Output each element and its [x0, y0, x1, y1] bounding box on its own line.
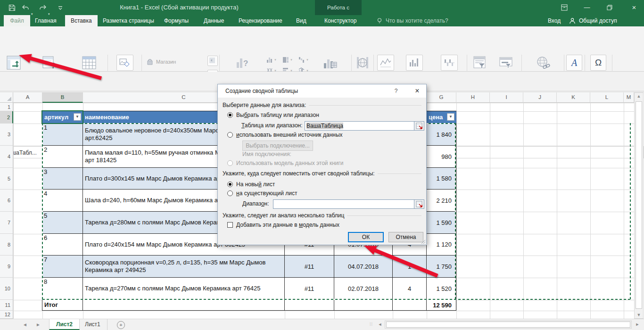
gridline-h: [13, 311, 634, 311]
gridline-v: [490, 103, 490, 319]
gridline-v: [13, 103, 14, 319]
table-total-cell[interactable]: [334, 300, 393, 311]
sheet-nav-right-icon[interactable]: ►: [36, 319, 41, 330]
scrollbar-splitter[interactable]: ⁞⁞: [370, 322, 373, 327]
radio-data-model[interactable]: Использовать модель данных этой книги: [227, 160, 344, 166]
column-header-I[interactable]: I: [490, 92, 523, 103]
range-picker-button-2[interactable]: [414, 199, 424, 209]
row-header-1[interactable]: 1: [0, 103, 13, 111]
column-header-G[interactable]: G: [427, 92, 456, 103]
table-cell-price[interactable]: 1 120: [427, 234, 456, 256]
table-cell-name[interactable]: Тарелка д=270мм с полями Марс Дымов Кера…: [83, 278, 285, 300]
gridline-v: [634, 103, 635, 319]
table-cell-price[interactable]: 1 520: [427, 278, 456, 300]
table-cell-qty[interactable]: 4: [393, 278, 427, 300]
table-cell-price[interactable]: 1 590: [427, 212, 456, 234]
sheet-tab-bar: ◄ ► Лист2 Лист1 + ⁞⁞ ◄ ►: [0, 319, 644, 330]
dialog-section-placement: Укажите, куда следует поместить отчет св…: [223, 170, 421, 177]
table-cell-num[interactable]: 8: [42, 278, 83, 300]
table-total-cell[interactable]: [393, 300, 427, 311]
choose-connection-button[interactable]: Выбрать подключение...: [242, 140, 313, 151]
gridline-v: [523, 103, 524, 319]
radio-disabled-icon: [227, 160, 233, 166]
row-header-10[interactable]: 10: [0, 278, 13, 300]
table-range-input[interactable]: ВашаТаблица: [305, 121, 414, 131]
ants-bottom: [42, 299, 631, 300]
table-total-label[interactable]: Итог: [42, 300, 83, 311]
table-cell-store[interactable]: #11: [285, 256, 334, 278]
table-cell-num[interactable]: 6: [42, 234, 83, 256]
table-cell-num[interactable]: 7: [42, 256, 83, 278]
sheet-tab-list2[interactable]: Лист2: [49, 319, 80, 330]
dialog-title-bar[interactable]: Создание сводной таблицы ? ×: [218, 84, 426, 98]
vscroll-down-icon[interactable]: ▼: [635, 313, 643, 317]
horizontal-scrollbar[interactable]: [385, 321, 632, 329]
radio-select-table-range[interactable]: Выбрать таблицу или диапазон: [227, 112, 319, 118]
vscroll-up-icon[interactable]: ▲: [635, 94, 643, 99]
table-cell-num[interactable]: 3: [42, 168, 83, 190]
radio-on-icon: [227, 112, 233, 118]
table-cell-price[interactable]: 1 580: [427, 168, 456, 190]
row-header-4[interactable]: 4: [0, 146, 13, 168]
dialog-title: Создание сводной таблицы: [225, 84, 298, 98]
column-header-L[interactable]: L: [590, 92, 624, 103]
row-header-12[interactable]: 12: [0, 311, 13, 319]
table-cell-price[interactable]: 980: [427, 146, 456, 168]
hscroll-thumb[interactable]: [386, 322, 630, 328]
column-header-A[interactable]: A: [13, 92, 42, 103]
table-total-value[interactable]: 12 590: [427, 300, 456, 311]
table-header-cell[interactable]: цена▼: [427, 111, 456, 124]
row-header-8[interactable]: 8: [0, 234, 13, 256]
hscroll-right-icon[interactable]: ►: [634, 321, 641, 329]
column-header-H[interactable]: H: [456, 92, 490, 103]
table-cell-num[interactable]: 4: [42, 190, 83, 212]
table-cell-num[interactable]: 5: [42, 212, 83, 234]
table-cell-num[interactable]: 2: [42, 146, 83, 168]
row-header-3[interactable]: 3: [0, 124, 13, 146]
destination-range-input[interactable]: [273, 199, 414, 209]
add-sheet-button[interactable]: +: [117, 321, 125, 329]
radio-new-sheet[interactable]: На новый лист: [227, 181, 275, 188]
row-header-2[interactable]: 2: [0, 111, 13, 124]
ants-outer-right: [630, 123, 631, 300]
column-header-J[interactable]: J: [523, 92, 557, 103]
dialog-resize-grip[interactable]: [420, 239, 426, 244]
row-header-9[interactable]: 9: [0, 256, 13, 278]
table-cell-price[interactable]: 2 210: [427, 190, 456, 212]
cancel-button[interactable]: Отмена: [388, 232, 423, 242]
sheet-nav-left-icon[interactable]: ◄: [23, 319, 27, 330]
table-total-cell[interactable]: [83, 300, 285, 311]
table-cell-num[interactable]: 1: [42, 124, 83, 146]
column-header-M[interactable]: M: [624, 92, 634, 103]
sheet-tab-list1[interactable]: Лист1: [78, 319, 107, 330]
row-header-6[interactable]: 6: [0, 190, 13, 212]
gridline-v: [624, 103, 624, 319]
dialog-section-choose-data: Выберите данные для анализа:: [223, 102, 421, 108]
radio-external-source[interactable]: использовать внешний источник данных: [227, 132, 343, 138]
table-cell-price[interactable]: 1 840: [427, 124, 456, 146]
radio-existing-sheet[interactable]: на существующий лист: [227, 190, 297, 197]
table-cell-date[interactable]: 02.07.2018: [334, 278, 393, 300]
dialog-close-button[interactable]: ×: [412, 84, 422, 98]
vscroll-thumb[interactable]: [636, 101, 642, 309]
table-cell-store[interactable]: #11: [285, 278, 334, 300]
dialog-help-button[interactable]: ?: [391, 84, 401, 98]
row-header-5[interactable]: 5: [0, 168, 13, 190]
checkbox-add-to-data-model[interactable]: Добавить эти данные в модель данных: [227, 222, 339, 228]
filter-dropdown-icon[interactable]: ▼: [447, 113, 454, 121]
vertical-scrollbar[interactable]: ▲ ▼: [634, 92, 644, 319]
table-total-cell[interactable]: [285, 300, 334, 311]
row-header-11[interactable]: 11: [0, 300, 13, 311]
row-header-7[interactable]: 7: [0, 212, 13, 234]
table-cell-name[interactable]: Сковородка порционная v=0,25 л, d=135, h…: [83, 256, 285, 278]
range-picker-button-1[interactable]: [414, 121, 424, 131]
table-cell-date[interactable]: 04.07.2018: [334, 256, 393, 278]
table-cell-price[interactable]: 1 750: [427, 256, 456, 278]
table-cell-qty[interactable]: 1: [393, 256, 427, 278]
radio-off-icon: [227, 190, 233, 196]
connection-name-label: Имя подключения:: [242, 151, 291, 157]
hscroll-left-icon[interactable]: ◄: [376, 321, 384, 329]
column-header-K[interactable]: K: [557, 92, 590, 103]
ok-button[interactable]: ОК: [348, 232, 384, 242]
column-header-B[interactable]: B: [42, 92, 83, 103]
